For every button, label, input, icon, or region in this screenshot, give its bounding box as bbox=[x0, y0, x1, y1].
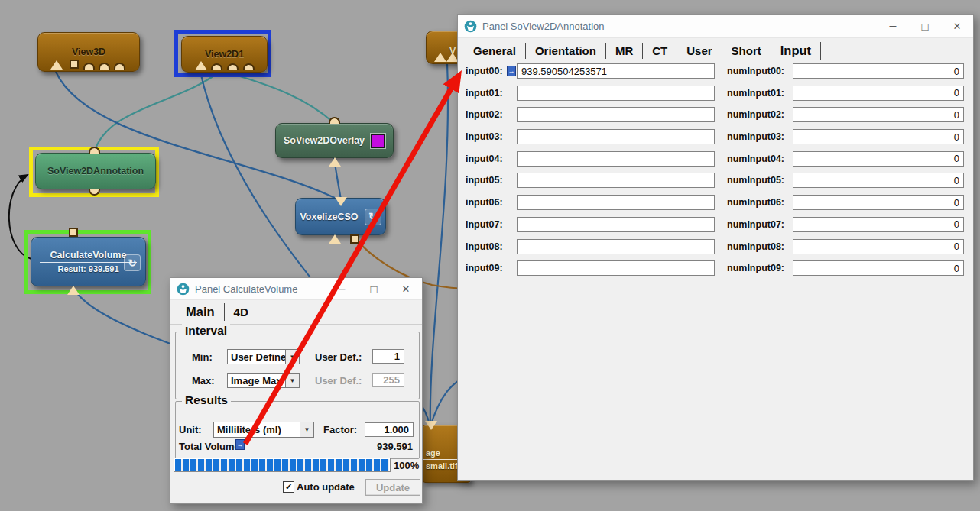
input03-field[interactable] bbox=[517, 129, 715, 144]
parameter-connection-icon[interactable] bbox=[235, 439, 245, 450]
chevron-down-icon[interactable] bbox=[285, 374, 299, 387]
tab-mr[interactable]: MR bbox=[606, 43, 643, 59]
input05-field[interactable] bbox=[517, 173, 715, 188]
annotation-window-titlebar[interactable]: Panel SoView2DAnnotation bbox=[458, 15, 973, 38]
node-soview2doverlay[interactable]: SoView2DOverlay bbox=[275, 123, 394, 158]
tab-general[interactable]: General bbox=[464, 43, 526, 59]
tab-short[interactable]: Short bbox=[722, 43, 771, 59]
parameter-connection-icon[interactable] bbox=[507, 66, 516, 76]
calc-window-titlebar[interactable]: Panel CalculateVolume bbox=[170, 278, 422, 300]
calc-volume-window: Panel CalculateVolume Main 4D Interval M… bbox=[170, 277, 423, 504]
tab-ct[interactable]: CT bbox=[643, 43, 677, 59]
close-icon[interactable] bbox=[941, 15, 973, 37]
tab-input[interactable]: Input bbox=[771, 42, 821, 60]
node-label: SoView2DOverlay bbox=[284, 135, 365, 146]
chevron-down-icon[interactable] bbox=[285, 350, 299, 364]
update-button[interactable]: Update bbox=[365, 479, 420, 496]
numinput02-field[interactable] bbox=[793, 107, 964, 122]
numinput07-field[interactable] bbox=[793, 217, 964, 232]
node-soview2dannotation[interactable]: SoView2DAnnotation bbox=[35, 153, 156, 189]
input-row: input01: numInput01: bbox=[466, 86, 964, 101]
tab-4d[interactable]: 4D bbox=[225, 304, 258, 320]
minimize-icon[interactable] bbox=[877, 15, 909, 37]
numinput00-field[interactable] bbox=[793, 63, 964, 79]
numinput05-field[interactable] bbox=[793, 173, 964, 188]
input08-label: input08: bbox=[466, 241, 507, 252]
input-port-triangle[interactable] bbox=[50, 60, 63, 70]
overlay-color-button[interactable] bbox=[371, 134, 385, 148]
node-view2d1[interactable]: View2D1 bbox=[181, 36, 268, 73]
mevislab-icon bbox=[464, 20, 477, 33]
numinput06-label: numInput06: bbox=[727, 197, 793, 208]
output-port-triangle[interactable] bbox=[335, 197, 347, 206]
edge-annotation-to-view2d1[interactable] bbox=[94, 74, 216, 153]
input-port-dome[interactable] bbox=[211, 63, 222, 70]
annotation-window: Panel SoView2DAnnotation General Orienta… bbox=[457, 14, 974, 481]
numinput09-label: numInput09: bbox=[727, 263, 793, 273]
maximize-icon[interactable] bbox=[909, 15, 941, 37]
factor-field[interactable] bbox=[365, 422, 414, 437]
output-port-triangle[interactable] bbox=[425, 421, 437, 430]
numinput02-label: numInput02: bbox=[727, 109, 793, 120]
input02-field[interactable] bbox=[517, 107, 715, 122]
minimize-icon[interactable] bbox=[326, 278, 358, 299]
unit-label: Unit: bbox=[179, 424, 202, 435]
output-port-dome[interactable] bbox=[329, 117, 340, 124]
userdef-max-label: User Def.: bbox=[315, 375, 362, 386]
close-icon[interactable] bbox=[390, 278, 422, 299]
unit-combo[interactable]: Milliliters (ml) bbox=[213, 422, 314, 438]
tab-orientation[interactable]: Orientation bbox=[526, 43, 606, 59]
min-combo[interactable]: User Defined bbox=[227, 349, 300, 364]
input-port-dome[interactable] bbox=[243, 63, 255, 70]
numinput09-field[interactable] bbox=[793, 260, 964, 276]
numinput04-field[interactable] bbox=[793, 151, 964, 167]
tab-main[interactable]: Main bbox=[177, 303, 225, 321]
auto-update-checkbox[interactable] bbox=[283, 481, 294, 493]
input-port-square[interactable] bbox=[70, 60, 79, 69]
refresh-icon[interactable] bbox=[124, 254, 141, 271]
chevron-down-icon[interactable] bbox=[300, 422, 313, 437]
edge-overlay-to-view2d1[interactable] bbox=[232, 74, 334, 123]
input04-field[interactable] bbox=[517, 151, 715, 167]
output-port-dome[interactable] bbox=[89, 147, 100, 154]
input-port-dome[interactable] bbox=[99, 63, 110, 70]
input01-field[interactable] bbox=[517, 86, 715, 101]
numinput03-field[interactable] bbox=[793, 129, 964, 144]
input01-label: input01: bbox=[466, 88, 507, 99]
numinput08-field[interactable] bbox=[793, 239, 964, 254]
input07-field[interactable] bbox=[517, 217, 715, 232]
userdef-max-field[interactable] bbox=[372, 373, 404, 387]
output-port-square[interactable] bbox=[69, 228, 78, 237]
node-calculatevolume[interactable]: CalculateVolume Result: 939.591 bbox=[31, 237, 146, 286]
numinput01-field[interactable] bbox=[793, 86, 964, 101]
numinput05-label: numInput05: bbox=[727, 175, 793, 186]
numinput03-label: numInput03: bbox=[727, 131, 793, 142]
numinput07-label: numInput07: bbox=[727, 219, 793, 230]
userdef-min-field[interactable] bbox=[372, 349, 404, 364]
input-port-triangle[interactable] bbox=[434, 53, 446, 62]
input-row: input06: numInput06: bbox=[466, 195, 964, 210]
node-voxelizecso[interactable]: VoxelizeCSO bbox=[295, 198, 386, 235]
max-combo[interactable]: Image Max bbox=[227, 373, 300, 388]
input-port-dome[interactable] bbox=[114, 63, 125, 70]
numinput06-field[interactable] bbox=[793, 195, 964, 210]
input06-field[interactable] bbox=[517, 195, 715, 210]
node-view3d[interactable]: View3D bbox=[37, 32, 140, 72]
input-port-square[interactable] bbox=[350, 234, 359, 244]
input09-field[interactable] bbox=[517, 260, 715, 276]
input-row: input08: numInput08: bbox=[466, 239, 964, 254]
input-port-dome[interactable] bbox=[83, 63, 95, 70]
input-port-triangle[interactable] bbox=[195, 61, 207, 70]
input08-field[interactable] bbox=[517, 239, 715, 254]
input00-field[interactable] bbox=[517, 63, 715, 79]
input-row: input07: numInput07: bbox=[466, 217, 964, 232]
interval-group: Interval Min: User Defined User Def.: Ma… bbox=[175, 332, 420, 399]
maximize-icon[interactable] bbox=[358, 278, 390, 299]
progress-percent: 100% bbox=[394, 460, 419, 471]
input-row: input03: numInput03: bbox=[466, 129, 964, 144]
tab-user[interactable]: User bbox=[677, 43, 722, 59]
factor-label: Factor: bbox=[323, 424, 357, 435]
refresh-icon[interactable] bbox=[365, 209, 381, 225]
edge-clippednode-to-image[interactable] bbox=[430, 63, 448, 425]
input-port-dome[interactable] bbox=[227, 63, 239, 70]
